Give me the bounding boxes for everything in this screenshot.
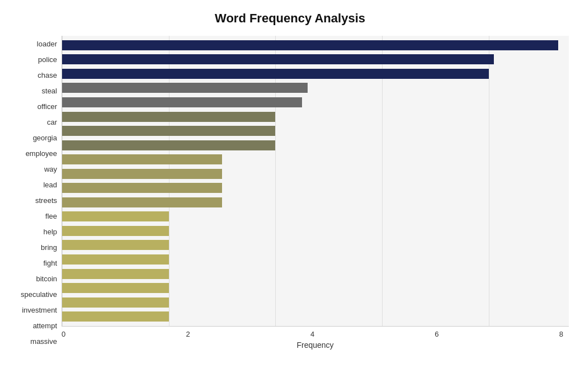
bar-flee	[62, 197, 222, 207]
y-label-chase: chase	[37, 68, 57, 82]
bar-massive	[62, 311, 169, 322]
y-label-help: help	[43, 225, 57, 239]
bar-row-bring	[62, 225, 569, 237]
bar-row-chase	[62, 68, 569, 80]
y-labels: loaderpolicechasestealofficercargeorgiae…	[11, 36, 62, 350]
bar-row-loader	[62, 39, 569, 51]
bar-steal	[62, 83, 308, 93]
bar-streets	[62, 183, 222, 193]
x-tick-4: 4	[310, 330, 314, 338]
y-label-employee: employee	[26, 147, 57, 160]
bar-row-police	[62, 53, 569, 65]
bar-row-way	[62, 153, 569, 166]
bar-investment	[62, 283, 169, 293]
x-tick-0: 0	[62, 330, 65, 338]
bar-row-bitcoin	[62, 253, 569, 266]
bar-fight	[62, 240, 169, 250]
chart-container: Word Frequency Analysis loaderpolicechas…	[0, 0, 580, 392]
x-tick-8: 8	[559, 330, 563, 338]
y-label-police: police	[38, 53, 57, 66]
bar-loader	[62, 40, 558, 50]
bar-employee	[62, 140, 275, 150]
y-label-steal: steal	[42, 84, 57, 97]
x-axis-label: Frequency	[62, 341, 569, 350]
y-label-speculative: speculative	[21, 288, 57, 301]
bar-row-help	[62, 210, 569, 223]
y-label-georgia: georgia	[33, 131, 57, 144]
bar-help	[62, 211, 169, 221]
chart-title: Word Frequency Analysis	[11, 11, 569, 26]
bar-attempt	[62, 297, 169, 308]
bar-police	[62, 54, 494, 64]
bar-speculative	[62, 269, 169, 279]
bar-row-attempt	[62, 296, 569, 309]
x-axis: 02468	[62, 327, 569, 338]
x-tick-6: 6	[435, 330, 438, 338]
bar-lead	[62, 169, 222, 179]
bar-row-streets	[62, 182, 569, 194]
y-label-massive: massive	[30, 335, 57, 348]
bars-panel	[62, 36, 569, 327]
y-label-bitcoin: bitcoin	[36, 272, 57, 286]
bar-row-employee	[62, 139, 569, 152]
bar-chase	[62, 69, 489, 79]
bar-georgia	[62, 126, 275, 136]
bar-row-massive	[62, 310, 569, 323]
chart-area: loaderpolicechasestealofficercargeorgiae…	[11, 36, 569, 350]
bar-row-speculative	[62, 268, 569, 280]
bar-way	[62, 154, 222, 164]
y-label-flee: flee	[45, 210, 57, 223]
y-label-car: car	[47, 115, 57, 129]
y-label-investment: investment	[22, 304, 57, 317]
bar-row-flee	[62, 196, 569, 209]
bar-row-car	[62, 111, 569, 123]
bar-bring	[62, 226, 169, 236]
bar-bitcoin	[62, 254, 169, 265]
bar-row-steal	[62, 82, 569, 94]
bars-and-x: 02468 Frequency	[62, 36, 569, 350]
bar-car	[62, 112, 275, 122]
bar-officer	[62, 97, 302, 107]
y-label-fight: fight	[43, 257, 57, 270]
y-label-streets: streets	[35, 193, 57, 207]
bar-row-investment	[62, 282, 569, 294]
bar-row-fight	[62, 239, 569, 251]
y-label-lead: lead	[43, 178, 57, 191]
x-tick-2: 2	[186, 330, 190, 338]
y-label-officer: officer	[37, 100, 57, 113]
y-label-bring: bring	[41, 241, 57, 254]
y-label-way: way	[44, 162, 57, 176]
y-label-attempt: attempt	[33, 319, 57, 333]
bar-row-officer	[62, 96, 569, 108]
bar-row-georgia	[62, 125, 569, 137]
bar-row-lead	[62, 168, 569, 180]
y-label-loader: loader	[37, 37, 57, 50]
